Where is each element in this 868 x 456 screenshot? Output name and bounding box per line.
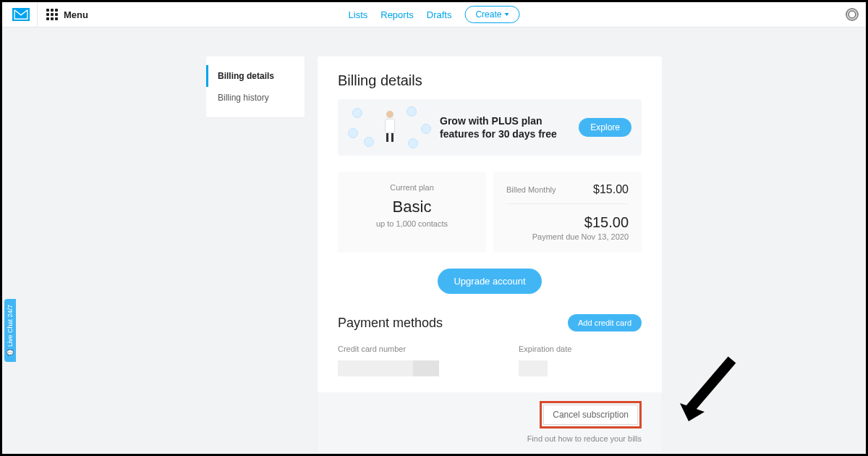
promo-banner: Grow with PLUS plan features for 30 days… xyxy=(338,99,642,156)
promo-text: Grow with PLUS plan features for 30 days… xyxy=(440,114,570,140)
current-plan-label: Current plan xyxy=(351,183,473,192)
promo-prefix: Grow with xyxy=(440,115,492,127)
cc-label: Credit card number xyxy=(338,345,461,353)
payment-section-head: Payment methods Add credit card xyxy=(338,314,642,332)
cc-value-redacted xyxy=(338,360,439,376)
payment-title: Payment methods xyxy=(338,316,443,331)
due-date: Payment due Nov 13, 2020 xyxy=(506,232,629,241)
nav-lists[interactable]: Lists xyxy=(349,9,368,20)
help-icon[interactable] xyxy=(846,8,859,21)
plan-contacts: up to 1,000 contacts xyxy=(351,219,473,228)
create-button[interactable]: Create xyxy=(464,6,519,23)
app-logo-icon[interactable] xyxy=(12,8,30,21)
billing-box: Billed Monthly $15.00 $15.00 Payment due… xyxy=(493,172,642,253)
cancel-highlight: Cancel subscription xyxy=(540,401,642,428)
menu-label[interactable]: Menu xyxy=(64,9,88,20)
main-area: Billing details Billing history Billing … xyxy=(2,28,866,453)
page-title: Billing details xyxy=(338,72,642,89)
plan-row: Current plan Basic up to 1,000 contacts … xyxy=(338,172,642,253)
content-card: Billing details Grow with PLUS plan feat… xyxy=(318,56,662,453)
exp-label: Expiration date xyxy=(519,345,642,353)
nav-center: Lists Reports Drafts Create xyxy=(349,6,520,23)
apps-grid-icon[interactable] xyxy=(46,9,58,20)
reduce-bills-link[interactable]: Find out how to reduce your bills xyxy=(338,434,642,443)
live-chat-tab[interactable]: Live Chat 24/7 xyxy=(4,299,16,362)
add-card-button[interactable]: Add credit card xyxy=(568,314,642,332)
upgrade-wrap: Upgrade account xyxy=(338,269,642,294)
plan-name: Basic xyxy=(351,198,473,216)
promo-suffix: features for 30 days free xyxy=(440,128,557,140)
current-plan-box: Current plan Basic up to 1,000 contacts xyxy=(338,172,486,253)
promo-bold: PLUS plan xyxy=(492,115,542,127)
cancel-subscription-button[interactable]: Cancel subscription xyxy=(543,405,638,425)
cancel-row: Cancel subscription Find out how to redu… xyxy=(318,392,662,453)
sidebar: Billing details Billing history xyxy=(206,56,305,117)
header-divider xyxy=(37,2,38,28)
payment-fields: Credit card number Expiration date xyxy=(338,345,642,376)
sidebar-item-billing-history[interactable]: Billing history xyxy=(206,87,305,109)
create-label: Create xyxy=(475,9,501,20)
exp-value-redacted xyxy=(519,360,548,376)
total-amount: $15.00 xyxy=(506,214,629,231)
billed-amount: $15.00 xyxy=(593,183,629,196)
nav-drafts[interactable]: Drafts xyxy=(427,9,452,20)
header-bar: Menu Lists Reports Drafts Create xyxy=(2,2,866,28)
billed-label: Billed Monthly xyxy=(506,185,556,194)
sidebar-item-billing-details[interactable]: Billing details xyxy=(206,65,305,87)
upgrade-button[interactable]: Upgrade account xyxy=(438,269,541,294)
promo-illustration xyxy=(348,106,431,148)
nav-reports[interactable]: Reports xyxy=(380,9,414,20)
explore-button[interactable]: Explore xyxy=(579,118,631,137)
